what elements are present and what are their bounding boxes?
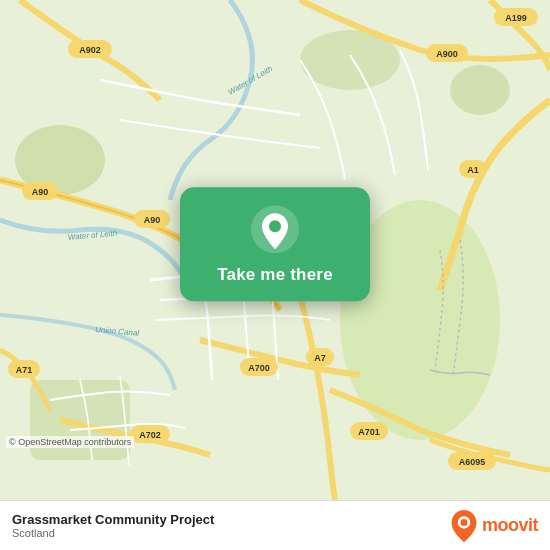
svg-point-34	[269, 220, 281, 232]
place-name: Grassmarket Community Project	[12, 512, 214, 527]
moovit-text: moovit	[482, 515, 538, 536]
svg-text:A900: A900	[436, 49, 458, 59]
svg-text:A6095: A6095	[459, 457, 486, 467]
place-region: Scotland	[12, 527, 214, 539]
place-info: Grassmarket Community Project Scotland	[12, 512, 214, 539]
svg-text:A701: A701	[358, 427, 380, 437]
svg-text:A702: A702	[139, 430, 161, 440]
svg-text:A700: A700	[248, 363, 270, 373]
svg-text:A7: A7	[314, 353, 326, 363]
svg-point-36	[460, 518, 467, 525]
svg-text:A199: A199	[505, 13, 527, 23]
bottom-bar: Grassmarket Community Project Scotland m…	[0, 500, 550, 550]
popup-card[interactable]: Take me there	[180, 187, 370, 301]
svg-text:A71: A71	[16, 365, 33, 375]
map-copyright: © OpenStreetMap contributors	[6, 436, 134, 448]
location-pin-icon	[251, 205, 299, 253]
svg-text:A902: A902	[79, 45, 101, 55]
svg-point-3	[450, 65, 510, 115]
moovit-logo: moovit	[450, 510, 538, 542]
svg-text:A90: A90	[144, 215, 161, 225]
svg-text:A90: A90	[32, 187, 49, 197]
take-me-there-button[interactable]: Take me there	[217, 265, 333, 285]
map-container: A199 A900 A1 A902 A90 A90 A7 A700 A701 A…	[0, 0, 550, 500]
svg-text:A1: A1	[467, 165, 479, 175]
moovit-pin-icon	[450, 510, 478, 542]
